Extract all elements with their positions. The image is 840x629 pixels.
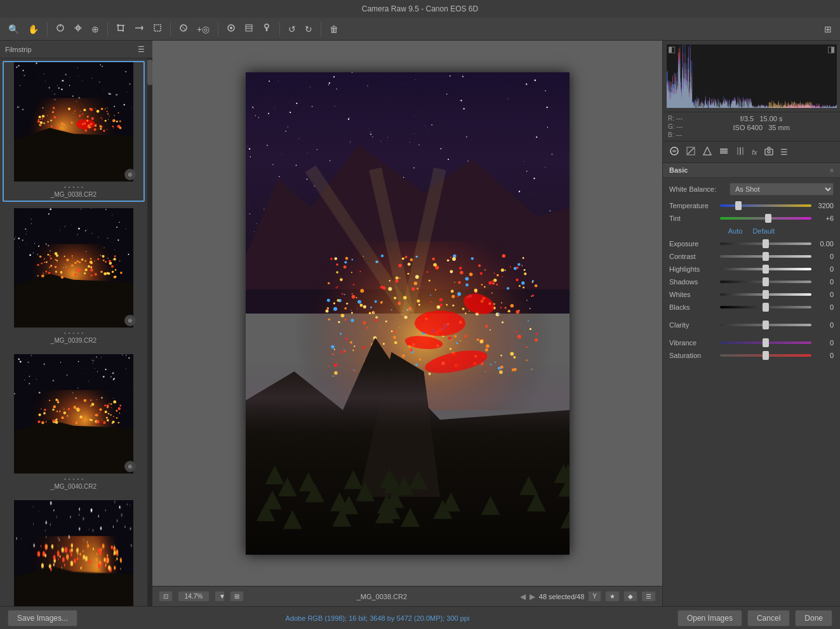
spotremoval-tool[interactable] (176, 21, 191, 37)
tint-slider[interactable] (720, 213, 811, 223)
clarity-slider[interactable] (720, 320, 811, 330)
saturation-thumb[interactable] (763, 351, 769, 360)
tab-split[interactable] (733, 144, 748, 160)
shadows-row: Shadows 0 (669, 277, 834, 287)
save-images-btn[interactable]: Save Images... (8, 610, 77, 626)
whites-thumb[interactable] (763, 290, 769, 299)
radialfilter-tool[interactable] (223, 21, 239, 37)
contrast-label: Contrast (669, 253, 720, 260)
highlights-slider[interactable] (720, 264, 811, 274)
contrast-slider[interactable] (720, 251, 811, 262)
basic-panel: Basic ≡ White Balance: As Shot Auto Dayl… (663, 163, 840, 606)
prev-btn[interactable]: ◀ (520, 592, 526, 601)
hist-clipping-highlights-btn[interactable]: ◨ (827, 44, 835, 54)
brushadj-tool[interactable] (259, 21, 274, 37)
saturation-row: Saturation 0 (669, 350, 834, 361)
filmstrip-title: Filmstrip (5, 46, 32, 53)
exposure-slider[interactable] (720, 239, 811, 249)
tab-curve[interactable] (683, 144, 698, 160)
open-images-btn[interactable]: Open Images (677, 610, 742, 626)
tab-effects[interactable]: fx (749, 145, 760, 159)
tint-thumb[interactable] (765, 214, 771, 223)
vibrance-slider[interactable] (720, 338, 811, 348)
default-btn[interactable]: Default (752, 227, 775, 235)
tab-camera-cal[interactable] (761, 144, 777, 160)
zoom-dropdown-btn[interactable]: ▼ (215, 591, 225, 602)
zoom-level-btn[interactable]: 14.7% (178, 591, 210, 602)
svg-point-33 (768, 150, 770, 153)
straighten-tool[interactable] (131, 21, 147, 37)
zoom-out-btn[interactable]: ⊡ (159, 591, 173, 602)
filmstrip-item-1[interactable]: • • • • • _MG_0039.CR2 ⊕ (3, 207, 145, 348)
whites-slider[interactable] (720, 289, 811, 300)
blacks-label: Blacks (669, 303, 720, 311)
slider-gap (669, 315, 834, 320)
filmstrip-item-0[interactable]: • • • • • _MG_0038.CR2 ⊕ (3, 61, 145, 202)
exposure-value: 0.00 (811, 240, 834, 248)
basic-panel-title: Basic (669, 166, 688, 174)
wb-select[interactable]: As Shot Auto Daylight Cloudy Shade Tungs… (730, 183, 834, 195)
next-btn[interactable]: ▶ (530, 592, 535, 601)
saturation-slider[interactable] (720, 350, 811, 361)
canvas-footer: ⊡ 14.7% ▼ ⊞ _MG_0038.CR2 ◀ ▶ 48 selected… (152, 586, 662, 606)
highlights-thumb[interactable] (763, 265, 769, 274)
exposure-thumb[interactable] (763, 239, 769, 248)
tab-basic[interactable] (667, 144, 682, 160)
shadows-slider[interactable] (720, 277, 811, 287)
targetadj-tool[interactable]: ⊕ (88, 22, 102, 37)
vibrance-thumb[interactable] (763, 338, 769, 347)
blacks-thumb[interactable] (763, 303, 769, 312)
crop-tool[interactable] (113, 21, 128, 37)
rotate-ccw-tool[interactable]: ↺ (285, 22, 299, 37)
basic-collapse-btn[interactable]: ≡ (830, 167, 834, 174)
filmstrip-scroll[interactable]: • • • • • _MG_0038.CR2 ⊕ • (0, 58, 147, 606)
tab-presets[interactable]: ☰ (778, 145, 790, 159)
svg-line-15 (181, 25, 186, 30)
filmstrip-menu-btn[interactable]: ☰ (135, 45, 147, 54)
whitebalance-tool[interactable] (53, 21, 68, 37)
filmstrip-scrollbar[interactable] (147, 58, 152, 606)
trash-tool[interactable]: 🗑 (326, 22, 342, 37)
filmstrip-scrollbar-thumb[interactable] (147, 60, 152, 85)
filmstrip-item-3[interactable] (3, 499, 145, 606)
star-btn[interactable]: ★ (605, 591, 620, 602)
svg-rect-18 (246, 25, 252, 31)
shadows-thumb[interactable] (763, 277, 769, 286)
done-btn[interactable]: Done (795, 610, 832, 626)
cancel-btn[interactable]: Cancel (747, 610, 790, 626)
tab-detail[interactable] (700, 144, 715, 160)
canvas-scroll[interactable] (152, 41, 662, 586)
filmstrip-thumb-0 (14, 62, 133, 182)
redeye-tool[interactable]: +◎ (194, 22, 213, 37)
colorsample-tool[interactable] (70, 21, 86, 37)
temperature-thumb[interactable] (735, 201, 742, 210)
color-btn[interactable]: ◆ (623, 591, 637, 602)
iso-focal: ISO 6400 35 mm (688, 124, 835, 131)
menu-btn[interactable]: ☰ (641, 591, 656, 602)
flag-btn[interactable]: Y (588, 591, 601, 602)
filmstrip-item-2[interactable]: • • • • • _MG_0040.CR2 ⊕ (3, 353, 145, 494)
auto-btn[interactable]: Auto (728, 227, 743, 235)
clarity-thumb[interactable] (763, 321, 769, 329)
cam-rgb-values: R: --- G: --- B: --- (668, 115, 683, 138)
main-area: Filmstrip ☰ • • • • • (0, 41, 840, 606)
whites-label: Whites (669, 291, 720, 298)
highlights-value: 0 (811, 265, 834, 273)
transform-tool[interactable] (150, 21, 165, 37)
rotate-cw-tool[interactable]: ↻ (302, 22, 316, 37)
hist-clipping-shadows-btn[interactable]: ◧ (668, 44, 676, 54)
gradfilter-tool[interactable] (241, 21, 257, 37)
footer-info-link[interactable]: Adobe RGB (1998); 16 bit; 3648 by 5472 (… (286, 614, 470, 622)
filmstrip-name-2: _MG_0040.CR2 (4, 483, 143, 493)
whites-value: 0 (811, 291, 834, 298)
sep4 (218, 22, 218, 36)
filmstrip-stars-0: • • • • • (4, 182, 143, 191)
tab-hsl[interactable] (716, 144, 731, 160)
zoom-in-btn[interactable]: ⊞ (230, 591, 244, 602)
zoom-tool[interactable]: 🔍 (5, 22, 22, 37)
blacks-slider[interactable] (720, 302, 811, 312)
preview-btn[interactable]: ⊞ (821, 22, 835, 37)
hand-tool[interactable]: ✋ (25, 22, 42, 37)
contrast-thumb[interactable] (763, 252, 769, 261)
temperature-slider[interactable] (720, 201, 811, 211)
